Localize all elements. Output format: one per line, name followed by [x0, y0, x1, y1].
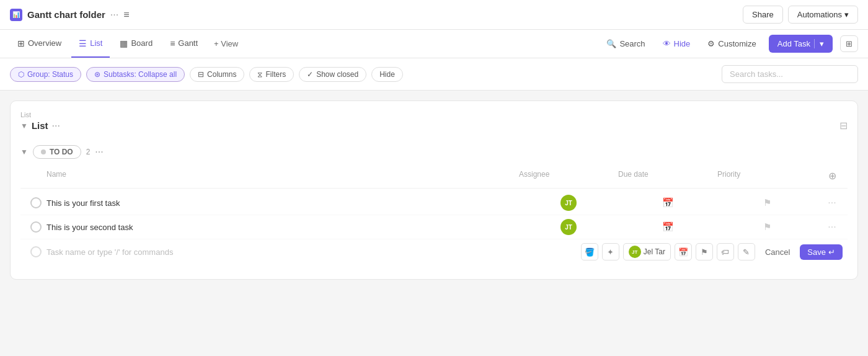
new-task-tag-icon[interactable]: 🏷	[717, 243, 734, 260]
status-collapse-icon[interactable]: ▼	[20, 148, 28, 156]
status-group: ▼ TO DO 2 ··· Name Assignee Due date Pri…	[20, 141, 848, 264]
columns-chip[interactable]: ⊟ Columns	[190, 67, 244, 82]
hamburger-icon[interactable]: ≡	[123, 9, 129, 20]
task-assignee-cell: JT	[519, 219, 618, 235]
top-bar-right: Share Automations ▾	[743, 6, 858, 24]
bucket-icon[interactable]: 🪣	[581, 243, 598, 260]
subtasks-chip[interactable]: ⊛ Subtasks: Collapse all	[86, 67, 185, 82]
hide-button[interactable]: 👁 Hide	[658, 36, 696, 51]
status-label: TO DO	[50, 148, 73, 156]
new-task-calendar-icon[interactable]: 📅	[675, 243, 692, 260]
task-date-cell[interactable]: 📅	[618, 197, 717, 208]
new-task-avatar: JT	[629, 246, 641, 258]
top-bar-left: 📊 Gantt chart folder ··· ≡	[10, 9, 130, 21]
list-label: List	[20, 111, 848, 118]
task-radio[interactable]	[30, 221, 42, 233]
new-task-row: 🪣 ✦ JT Jel Tar 📅 ⚑ 🏷 ✎ Cancel Save ↵	[20, 239, 848, 264]
list-collapse-icon[interactable]: ▼	[20, 122, 28, 130]
table-row: This is your second task JT 📅 ⚑ ···	[20, 215, 848, 239]
new-task-actions: 🪣 ✦ JT Jel Tar 📅 ⚑ 🏷 ✎ Cancel Save ↵	[581, 243, 848, 260]
calendar-icon: 📅	[662, 197, 674, 208]
nav-bar: ⊞ Overview ☰ List ▦ Board ≡ Gantt + View…	[0, 30, 868, 58]
automations-button[interactable]: Automations ▾	[788, 6, 858, 24]
hide-icon: 👁	[663, 39, 671, 48]
col-assignee-header: Assignee	[519, 167, 618, 184]
list-side-icon[interactable]: ⊟	[839, 120, 848, 131]
col-name-header: Name	[20, 167, 519, 184]
cancel-button[interactable]: Cancel	[759, 244, 796, 260]
save-button[interactable]: Save ↵	[800, 244, 843, 260]
task-priority-cell[interactable]: ⚑	[717, 197, 817, 208]
avatar[interactable]: JT	[560, 219, 577, 235]
task-more-cell[interactable]: ···	[817, 221, 848, 233]
flag-icon: ⚑	[763, 221, 771, 233]
calendar-icon: 📅	[662, 221, 674, 233]
check-icon: ✓	[307, 70, 313, 79]
task-name-text: This is your second task	[46, 223, 133, 232]
subtasks-icon: ⊛	[94, 70, 100, 79]
search-tasks-input[interactable]	[722, 65, 858, 83]
group-status-chip[interactable]: ⬡ Group: Status	[10, 67, 81, 82]
task-date-cell[interactable]: 📅	[618, 221, 717, 233]
status-badge[interactable]: TO DO	[33, 145, 81, 159]
task-radio[interactable]	[30, 197, 42, 208]
sparkle-icon[interactable]: ✦	[602, 243, 619, 260]
new-task-left	[20, 246, 581, 257]
list-more-icon[interactable]: ···	[52, 120, 60, 131]
columns-icon: ⊟	[198, 70, 204, 79]
new-task-edit-icon[interactable]: ✎	[738, 243, 755, 260]
board-icon: ▦	[120, 38, 128, 48]
share-button[interactable]: Share	[743, 6, 783, 24]
assignee-chip[interactable]: JT Jel Tar	[623, 243, 671, 260]
folder-dots[interactable]: ···	[110, 9, 118, 20]
task-priority-cell[interactable]: ⚑	[717, 221, 817, 233]
toolbar: ⬡ Group: Status ⊛ Subtasks: Collapse all…	[0, 58, 868, 91]
new-task-input[interactable]	[46, 247, 232, 257]
task-more-icon: ···	[828, 197, 836, 208]
new-task-flag-icon[interactable]: ⚑	[696, 243, 713, 260]
status-dot	[41, 149, 46, 154]
tab-gantt[interactable]: ≡ Gantt	[162, 30, 205, 58]
tab-board-label: Board	[131, 38, 153, 48]
hide-chip[interactable]: Hide	[371, 67, 403, 82]
list-title: List	[32, 120, 48, 131]
avatar[interactable]: JT	[560, 195, 577, 211]
tab-list[interactable]: ☰ List	[71, 30, 110, 58]
task-name-text: This is your first task	[46, 198, 120, 208]
add-task-chevron: ▾	[814, 39, 824, 48]
tab-board[interactable]: ▦ Board	[112, 30, 160, 58]
status-more-icon[interactable]: ···	[95, 146, 103, 158]
col-priority-header: Priority	[717, 167, 817, 184]
task-name-cell: This is your first task	[20, 197, 519, 208]
task-more-cell[interactable]: ···	[817, 197, 848, 208]
task-name-cell: This is your second task	[20, 221, 519, 233]
save-enter-icon: ↵	[828, 247, 835, 257]
show-closed-chip[interactable]: ✓ Show closed	[299, 67, 366, 82]
add-task-button[interactable]: Add Task ▾	[769, 35, 833, 53]
customize-button[interactable]: ⚙ Customize	[702, 36, 761, 51]
app-icon: 📊	[10, 9, 22, 21]
flag-icon: ⚑	[763, 197, 771, 208]
search-button[interactable]: 🔍 Search	[601, 36, 650, 51]
expand-button[interactable]: ⊞	[840, 35, 858, 52]
overview-icon: ⊞	[17, 38, 25, 48]
status-header: ▼ TO DO 2 ···	[20, 141, 848, 162]
add-view-button[interactable]: + View	[208, 39, 244, 48]
tab-overview[interactable]: ⊞ Overview	[10, 30, 69, 58]
task-more-icon: ···	[828, 221, 836, 233]
nav-right: 🔍 Search 👁 Hide ⚙ Customize Add Task ▾ ⊞	[601, 35, 858, 53]
folder-title: Gantt chart folder	[27, 9, 105, 20]
list-header-left: ▼ List ···	[20, 120, 60, 131]
col-duedate-header: Due date	[618, 167, 717, 184]
tab-overview-label: Overview	[28, 38, 61, 48]
search-icon: 🔍	[606, 39, 616, 48]
col-add-header[interactable]: ⊕	[817, 167, 848, 184]
gantt-icon: ≡	[170, 38, 175, 48]
tab-list-label: List	[90, 38, 102, 48]
filters-chip[interactable]: ⧖ Filters	[249, 67, 294, 82]
task-assignee-cell: JT	[519, 195, 618, 211]
column-headers: Name Assignee Due date Priority ⊕	[20, 167, 848, 189]
list-icon: ☰	[79, 38, 87, 48]
list-header: ▼ List ··· ⊟	[20, 120, 848, 131]
gear-icon: ⚙	[707, 39, 715, 48]
